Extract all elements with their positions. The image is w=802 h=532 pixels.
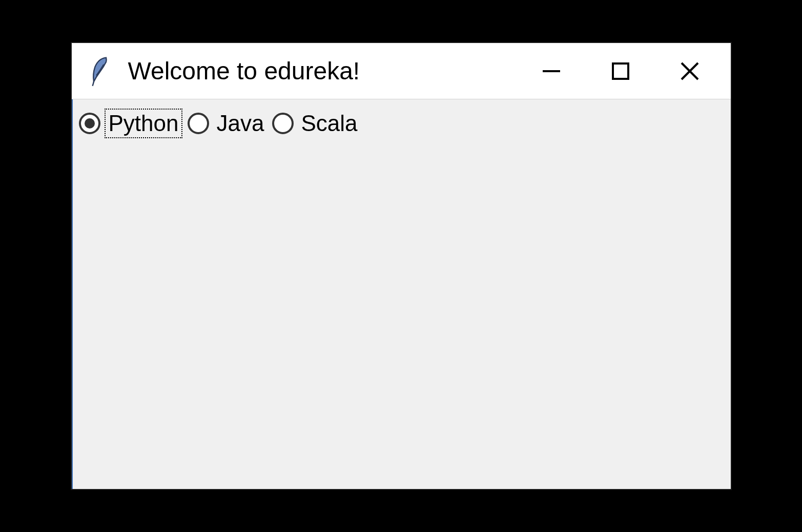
radio-label: Java [213, 110, 267, 137]
radio-group: Python Java Scala [79, 109, 361, 138]
radio-label: Scala [298, 110, 360, 137]
minimize-button[interactable] [539, 58, 564, 84]
svg-rect-1 [613, 63, 628, 79]
radio-indicator-icon [188, 113, 209, 134]
window-title: Welcome to edureka! [128, 57, 539, 85]
radio-scala[interactable]: Scala [272, 110, 360, 137]
titlebar[interactable]: Welcome to edureka! [72, 43, 731, 99]
client-area: Python Java Scala [72, 99, 731, 489]
radio-python[interactable]: Python [79, 109, 183, 138]
application-window: Welcome to edureka! [71, 42, 732, 490]
window-controls [539, 58, 726, 84]
close-button[interactable] [677, 58, 703, 84]
radio-indicator-icon [79, 113, 100, 134]
maximize-button[interactable] [608, 58, 633, 84]
tk-feather-icon [87, 56, 113, 87]
radio-java[interactable]: Java [188, 110, 267, 137]
radio-label: Python [105, 109, 183, 138]
radio-indicator-icon [272, 113, 294, 134]
